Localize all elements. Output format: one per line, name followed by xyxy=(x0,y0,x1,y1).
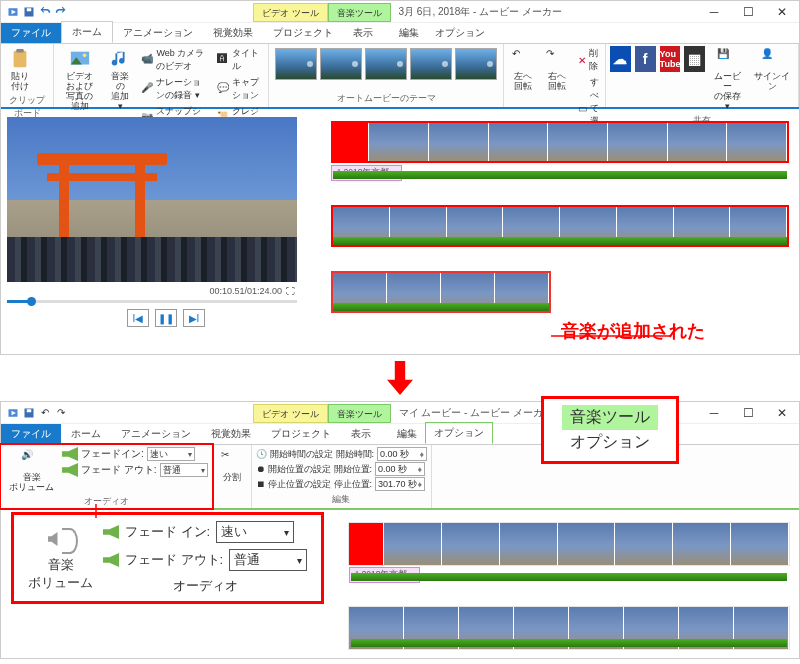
undo-icon[interactable]: ↶ xyxy=(39,407,51,419)
set-start-time-button[interactable]: 開始時間の設定 xyxy=(270,448,333,461)
minimize-button[interactable]: ─ xyxy=(697,402,731,423)
contextual-tab-video[interactable]: ビデオ ツール xyxy=(253,3,328,22)
webcam-button[interactable]: 📹Web カメラのビデオ xyxy=(139,46,211,74)
start-time-label: 開始時間: xyxy=(336,448,375,461)
callout-line2: オプション xyxy=(562,430,658,455)
preview-time-text: 00:10.51/01:24.00 xyxy=(209,286,282,296)
seek-bar[interactable] xyxy=(7,300,297,303)
speaker-small-icon xyxy=(103,553,119,567)
tab-animation[interactable]: アニメーション xyxy=(111,424,201,444)
clip-strip-3[interactable] xyxy=(331,271,551,313)
contextual-tab-video[interactable]: ビデオ ツール xyxy=(253,404,328,423)
group-label-edit2: 編集 xyxy=(256,493,428,506)
narration-button[interactable]: 🎤ナレーションの録音 ▾ xyxy=(139,75,211,103)
theme-thumb[interactable] xyxy=(455,48,497,80)
tab-home[interactable]: ホーム xyxy=(61,424,111,444)
title-button[interactable]: 🅰タイトル xyxy=(215,46,264,74)
tab-visual-effects[interactable]: 視覚効果 xyxy=(201,424,261,444)
theme-thumb[interactable] xyxy=(320,48,362,80)
close-button[interactable]: ✕ xyxy=(765,402,799,423)
speaker-small-icon xyxy=(103,525,119,539)
end-pos-field[interactable]: 301.70 秒 xyxy=(375,477,425,491)
clip-strip-1b[interactable] xyxy=(349,523,789,565)
tab-file[interactable]: ファイル xyxy=(1,23,61,43)
theme-thumb[interactable] xyxy=(365,48,407,80)
signin-button[interactable]: 👤 サインイン xyxy=(750,46,794,114)
paste-icon xyxy=(9,48,31,70)
tab-file[interactable]: ファイル xyxy=(1,424,61,444)
caption-button[interactable]: 💬キャプション xyxy=(215,75,264,103)
clock-icon: 🕓 xyxy=(256,449,267,459)
maximize-button[interactable]: ☐ xyxy=(731,1,765,22)
start-pos-field[interactable]: 0.00 秒 xyxy=(375,462,425,476)
add-media-icon xyxy=(69,48,91,70)
redo-icon[interactable] xyxy=(55,6,67,18)
next-frame-button[interactable]: ▶I xyxy=(183,309,205,327)
youtube-icon[interactable]: YouTube xyxy=(660,46,681,72)
music-volume-button-zoom[interactable]: 音楽 ボリューム xyxy=(28,524,93,592)
facebook-icon[interactable]: f xyxy=(635,46,656,72)
fade-in-dropdown-zoom[interactable]: 速い xyxy=(216,521,294,543)
fullscreen-icon[interactable]: ⛶ xyxy=(286,286,295,296)
save-movie-button[interactable]: 💾 ムービー の保存 ▾ xyxy=(709,46,746,114)
ctx-subtab-edit[interactable]: 編集 xyxy=(389,424,425,444)
clip-strip-2[interactable] xyxy=(331,205,789,247)
tab-view[interactable]: 表示 xyxy=(341,424,381,444)
group-label-audio-zoom: オーディオ xyxy=(103,577,307,595)
theme-thumb[interactable] xyxy=(275,48,317,80)
theme-thumb[interactable] xyxy=(410,48,452,80)
rotate-right-icon: ↷ xyxy=(546,48,568,70)
tab-view[interactable]: 表示 xyxy=(343,23,383,43)
set-start-pos-button[interactable]: 開始位置の設定 xyxy=(268,463,331,476)
tab-visual-effects[interactable]: 視覚効果 xyxy=(203,23,263,43)
clip-strip-1[interactable] xyxy=(331,121,789,163)
highlight-audio-group xyxy=(0,443,214,510)
save-icon[interactable] xyxy=(23,407,35,419)
save-icon[interactable] xyxy=(23,6,35,18)
fade-in-label-zoom: フェード イン: xyxy=(125,523,210,541)
prev-frame-button[interactable]: I◀ xyxy=(127,309,149,327)
ctx-subtab-option[interactable]: オプション xyxy=(425,422,493,444)
vimeo-icon[interactable]: ▦ xyxy=(684,46,705,72)
delete-button[interactable]: ✕削除 xyxy=(576,46,601,74)
start-time-field[interactable]: 0.00 秒 xyxy=(377,447,427,461)
group-label-themes: オートムービーのテーマ xyxy=(273,92,499,105)
maximize-button[interactable]: ☐ xyxy=(731,402,765,423)
music-track[interactable] xyxy=(333,237,787,245)
tab-home[interactable]: ホーム xyxy=(61,21,113,43)
ctx-subtab-option[interactable]: オプション xyxy=(427,23,493,43)
callout-line1: 音楽ツール xyxy=(562,405,658,430)
undo-icon[interactable] xyxy=(39,6,51,18)
paste-button[interactable]: 貼り 付け xyxy=(5,46,35,94)
contextual-tab-music[interactable]: 音楽ツール xyxy=(328,404,391,423)
callout-music-tools-option: 音楽ツール オプション xyxy=(541,396,679,464)
titlebar: ↶ ↷ ビデオ ツール 音楽ツール マイ ムービー - ムービー メーカー ─ … xyxy=(1,402,799,424)
tab-project[interactable]: プロジェクト xyxy=(263,23,343,43)
minimize-button[interactable]: ─ xyxy=(697,1,731,22)
rotate-left-icon: ↶ xyxy=(512,48,534,70)
split-button[interactable]: ✂ 分割 xyxy=(217,447,247,506)
fade-out-dropdown-zoom[interactable]: 普通 xyxy=(229,549,307,571)
ribbon-home: 貼り 付け クリップボード ビデオおよび 写真の追加 音楽の 追加 ▾ 📹Web… xyxy=(1,43,799,109)
preview-pane: 00:10.51/01:24.00 ⛶ I◀ ❚❚ ▶I xyxy=(1,109,331,343)
timeline[interactable]: A 2018年京都... 音楽が追加された xyxy=(331,109,799,343)
close-button[interactable]: ✕ xyxy=(765,1,799,22)
svg-rect-13 xyxy=(27,409,32,412)
contextual-tab-music[interactable]: 音楽ツール xyxy=(328,3,391,22)
redo-icon[interactable]: ↷ xyxy=(55,407,67,419)
set-end-pos-button[interactable]: 停止位置の設定 xyxy=(268,478,331,491)
save-movie-icon: 💾 xyxy=(717,48,739,70)
music-note-icon xyxy=(109,48,131,70)
music-track[interactable] xyxy=(333,303,549,311)
speaker-icon xyxy=(44,524,78,554)
signin-icon: 👤 xyxy=(761,48,783,70)
ctx-subtab-edit[interactable]: 編集 xyxy=(391,23,427,43)
clip-strip-2b[interactable] xyxy=(349,607,789,649)
arrow-down-icon xyxy=(387,361,413,395)
skydrive-icon[interactable]: ☁ xyxy=(610,46,631,72)
music-track[interactable] xyxy=(333,171,787,179)
tab-project[interactable]: プロジェクト xyxy=(261,424,341,444)
tab-animation[interactable]: アニメーション xyxy=(113,23,203,43)
pause-button[interactable]: ❚❚ xyxy=(155,309,177,327)
automovie-themes[interactable] xyxy=(273,46,499,92)
